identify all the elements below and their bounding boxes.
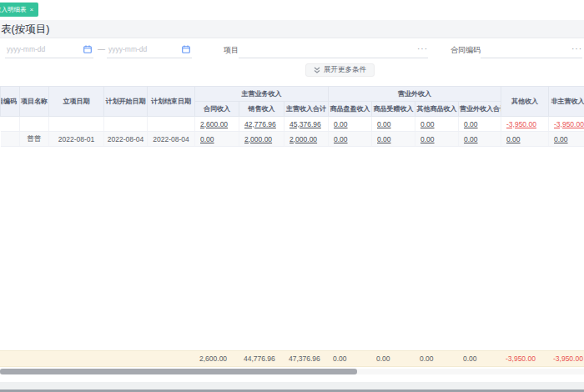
amount-link[interactable]: 0.00: [554, 135, 568, 143]
header-sub-0-2: 主营收入合计: [284, 102, 329, 117]
cell-project-code: [1, 132, 20, 147]
close-icon[interactable]: ×: [30, 7, 34, 13]
header-sub-0-0: 合同收入: [195, 102, 239, 117]
horizontal-scrollbar-thumb[interactable]: [0, 369, 357, 374]
cell-founded-date: 2022-08-01: [49, 132, 104, 147]
calendar-icon[interactable]: [182, 45, 190, 53]
report-table-inner: 项目编码项目名称立项日期计划开始日期计划结束日期主营业务收入营业外收入其他收入非…: [0, 86, 584, 147]
calendar-icon[interactable]: [83, 45, 92, 53]
total-amount: 0.00: [328, 351, 371, 367]
date-end-placeholder: yyyy-mm-dd: [108, 45, 147, 53]
total-amount: 47,376.96: [284, 351, 328, 367]
cell-amount: 0.00: [501, 132, 549, 147]
app-window: 收入明细表 × 表(按项目) yyyy-mm-dd — yyyy-mm-dd 项…: [0, 0, 584, 392]
tab-bar: 收入明细表 ×: [0, 0, 584, 20]
cell-plan-start-date: 2022-08-04: [104, 132, 148, 147]
amount-link[interactable]: 0.00: [377, 135, 391, 143]
totals-table-inner: 2,600.0044,776.9647,376.960.000.000.000.…: [0, 350, 584, 367]
date-end-input[interactable]: yyyy-mm-dd: [107, 42, 192, 58]
header-col3: 计划开始日期: [104, 87, 148, 117]
amount-link[interactable]: -3,950.00: [506, 120, 536, 128]
cell-plan-end-date: [148, 117, 195, 132]
contract-code-input[interactable]: ···: [481, 42, 582, 58]
header-sub-1-0: 商品盘盈收入: [329, 102, 372, 117]
expand-more-label: 展开更多条件: [324, 65, 366, 75]
total-empty-cell: [19, 351, 48, 367]
header-sub-1-1: 商品受赠收入: [372, 102, 415, 117]
amount-link[interactable]: 0.00: [464, 135, 478, 143]
cell-amount: 0.00: [195, 132, 239, 147]
amount-link[interactable]: 0.00: [464, 120, 478, 128]
cell-plan-end-date: 2022-08-04: [148, 132, 195, 147]
date-start-placeholder: yyyy-mm-dd: [7, 45, 45, 53]
total-amount: 0.00: [371, 351, 415, 367]
project-input[interactable]: ···: [239, 42, 428, 58]
amount-link[interactable]: 2,000.00: [244, 135, 272, 143]
cell-project-name: 普普: [20, 132, 49, 147]
amount-link[interactable]: 0.00: [334, 135, 348, 143]
amount-link[interactable]: 45,376.96: [289, 120, 321, 128]
cell-amount: -3,950.00: [549, 117, 584, 132]
header-sub-1-2: 其他商品收入: [415, 102, 459, 117]
project-label: 项目: [224, 45, 239, 56]
cell-amount: 0.00: [372, 117, 415, 132]
cell-amount: 0.00: [415, 132, 459, 147]
cell-amount: 0.00: [459, 117, 501, 132]
totals-row: 2,600.0044,776.9647,376.960.000.000.000.…: [0, 350, 584, 367]
total-amount: 2,600.00: [194, 351, 239, 367]
total-amount: 0.00: [458, 351, 501, 367]
cell-amount: 2,000.00: [239, 132, 284, 147]
cell-amount: 2,000.00: [284, 132, 329, 147]
cell-project-code: [1, 117, 20, 132]
header-col2: 立项日期: [49, 87, 104, 117]
tab-label: 收入明细表: [0, 6, 27, 14]
expand-more-button[interactable]: 展开更多条件: [305, 63, 375, 77]
report-table: 项目编码项目名称立项日期计划开始日期计划结束日期主营业务收入营业外收入其他收入非…: [0, 86, 584, 147]
total-empty-cell: [0, 351, 19, 367]
cell-amount: 0.00: [549, 132, 584, 147]
cell-amount: 0.00: [415, 117, 459, 132]
filter-bar: yyyy-mm-dd — yyyy-mm-dd 项目 ··· 合同编码 ···: [0, 38, 584, 62]
amount-link[interactable]: 0.00: [506, 135, 521, 143]
total-empty-cell: [147, 351, 194, 367]
horizontal-scrollbar: [0, 369, 584, 374]
amount-link[interactable]: 0.00: [334, 120, 348, 128]
cell-amount: 0.00: [459, 132, 501, 147]
cell-plan-start-date: [104, 117, 148, 132]
amount-link[interactable]: 0.00: [420, 135, 435, 143]
total-empty-cell: [103, 351, 147, 367]
total-amount: -3,950.00: [501, 351, 548, 367]
header-project-code: 项目编码: [1, 87, 20, 117]
cell-amount: 0.00: [329, 117, 372, 132]
title-bar: 表(按项目): [0, 20, 584, 38]
contract-picker-icon[interactable]: ···: [571, 44, 582, 53]
cell-amount: -3,950.00: [501, 117, 549, 132]
project-picker-icon[interactable]: ···: [417, 44, 428, 53]
header-group-0: 主营业务收入: [195, 87, 329, 102]
cell-amount: 42,776.96: [239, 117, 284, 132]
bottom-panel-edge: [0, 382, 584, 392]
date-start-input[interactable]: yyyy-mm-dd: [5, 42, 93, 58]
cell-amount: 0.00: [372, 132, 415, 147]
amount-link[interactable]: 2,600.00: [200, 120, 228, 128]
amount-link[interactable]: -3,950.00: [554, 120, 584, 128]
amount-link[interactable]: 2,000.00: [289, 135, 317, 143]
cell-amount: 0.00: [329, 132, 372, 147]
header-sub-0-1: 销售收入: [239, 102, 284, 117]
amount-link[interactable]: 0.00: [420, 120, 435, 128]
total-amount: 44,776.96: [239, 351, 284, 367]
cell-amount: 2,600.00: [195, 117, 239, 132]
header-group-1: 营业外收入: [329, 87, 501, 102]
header-sub-1-3: 营业外收入合计: [459, 102, 501, 117]
cell-project-name: [20, 117, 49, 132]
amount-link[interactable]: 0.00: [200, 135, 214, 143]
page-title: 表(按项目): [1, 20, 49, 38]
cell-amount: 45,376.96: [284, 117, 329, 132]
amount-link[interactable]: 0.00: [377, 120, 391, 128]
header-col1: 项目名称: [20, 87, 49, 117]
total-empty-cell: [48, 351, 103, 367]
header-tail-0: 其他收入: [501, 87, 549, 117]
tab-income-detail-report[interactable]: 收入明细表 ×: [0, 3, 38, 17]
table-row: 普普2022-08-012022-08-042022-08-040.002,00…: [1, 132, 584, 147]
amount-link[interactable]: 42,776.96: [244, 120, 276, 128]
